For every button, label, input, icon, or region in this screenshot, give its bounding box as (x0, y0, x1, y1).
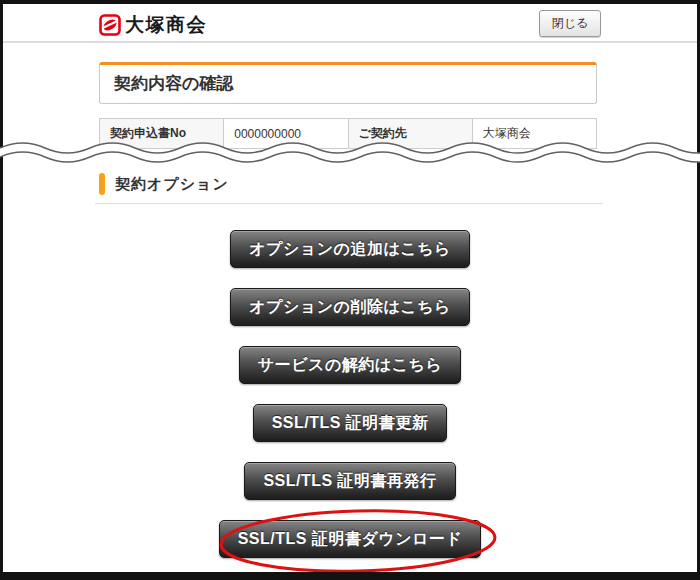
option-button-stack: オプションの追加はこちら オプションの削除はこちら サービスの解約はこちら SS… (3, 230, 697, 558)
section-title: 契約オプション (115, 175, 229, 194)
cancel-service-button[interactable]: サービスの解約はこちら (239, 346, 462, 384)
client-label: ご契約先 (348, 119, 472, 149)
brand-logo: 大塚商会 (99, 12, 207, 38)
ssl-cert-reissue-button[interactable]: SSL/TLS 証明書再発行 (244, 462, 455, 500)
brand-text: 大塚商会 (125, 12, 207, 38)
application-no-label: 契約申込書No (100, 119, 224, 149)
otsuka-logo-icon (99, 14, 121, 36)
client-value: 大塚商会 (472, 119, 596, 149)
add-option-button[interactable]: オプションの追加はこちら (230, 230, 470, 268)
ssl-cert-download-button[interactable]: SSL/TLS 証明書ダウンロード (219, 520, 482, 558)
application-no-value: 0000000000 (224, 119, 348, 149)
ssl-cert-renew-button[interactable]: SSL/TLS 証明書更新 (253, 404, 448, 442)
table-row: 契約申込書No 0000000000 ご契約先 大塚商会 (100, 119, 597, 149)
app-header: 大塚商会 閉じる (3, 4, 697, 43)
close-button[interactable]: 閉じる (539, 10, 601, 37)
contract-table: 契約申込書No 0000000000 ご契約先 大塚商会 (99, 118, 597, 149)
screenshot-window: 大塚商会 閉じる 契約内容の確認 契約申込書No 0000000000 ご契約先… (0, 0, 700, 580)
page-title: 契約内容の確認 (99, 62, 597, 104)
section-accent-bar (99, 173, 105, 195)
main-content: 契約内容の確認 契約申込書No 0000000000 ご契約先 大塚商会 契約オ… (3, 45, 697, 572)
section-divider (95, 203, 603, 204)
section-header: 契約オプション (99, 173, 229, 195)
remove-option-button[interactable]: オプションの削除はこちら (230, 288, 470, 326)
